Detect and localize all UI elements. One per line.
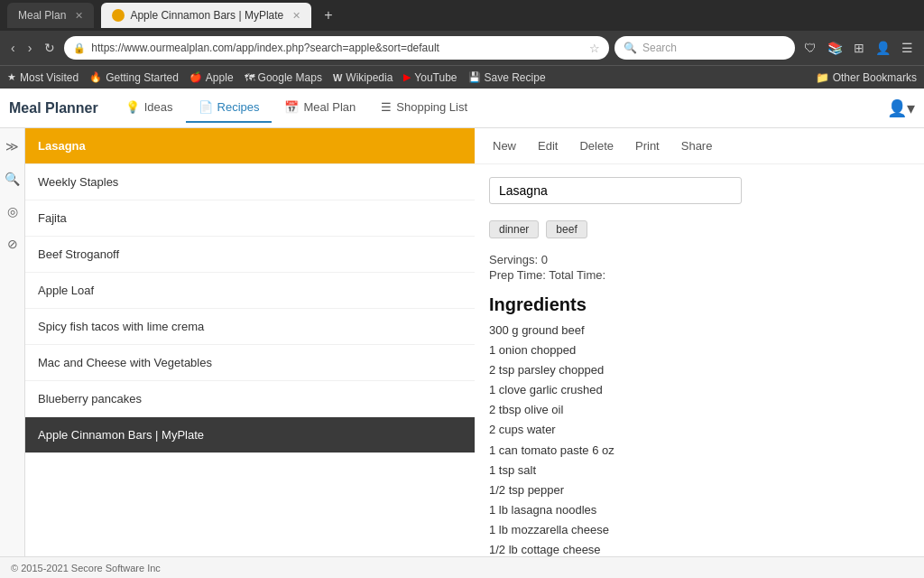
save-recipe-icon: 💾 xyxy=(468,71,481,83)
sidebar-item-lasagna[interactable]: Lasagna xyxy=(25,128,475,164)
ingredient-6: 1 can tomato paste 6 oz xyxy=(489,441,910,461)
tags-row: dinner beef xyxy=(475,213,924,246)
sidebar-item-mac-cheese-label: Mac and Cheese with Vegetables xyxy=(38,356,212,369)
sidebar-item-weekly-staples[interactable]: Weekly Staples xyxy=(25,164,475,200)
refresh-button[interactable]: ↻ xyxy=(41,37,59,59)
bookmark-youtube[interactable]: ▶YouTube xyxy=(403,71,457,84)
account-icon[interactable]: 👤 xyxy=(872,37,894,59)
tag-beef[interactable]: beef xyxy=(546,220,587,238)
main-toolbar: New Edit Delete Print Share xyxy=(475,128,924,164)
content-area: ≫ 🔍 ◎ ⊘ Lasagna Weekly Staples Fajita Be… xyxy=(0,128,924,556)
address-bar[interactable]: 🔒 https://www.ourmealplan.com/app/index.… xyxy=(64,36,609,60)
tab-apple-icon xyxy=(112,9,125,22)
copyright-text: © 2015-2021 Secore Software Inc xyxy=(11,563,161,573)
search-sidebar-icon[interactable]: 🔍 xyxy=(1,168,23,190)
sidebar-item-weekly-staples-label: Weekly Staples xyxy=(38,175,118,189)
bookmarks-bar: ★Most Visited 🔥Getting Started 🍎Apple 🗺G… xyxy=(0,65,924,89)
edit-button[interactable]: Edit xyxy=(534,137,561,154)
ideas-label: Ideas xyxy=(144,100,173,114)
print-button[interactable]: Print xyxy=(632,137,663,154)
shopping-list-label: Shopping List xyxy=(396,100,467,114)
search-placeholder: Search xyxy=(642,42,677,54)
bookmark-wikipedia[interactable]: WWikipedia xyxy=(333,71,393,84)
bookmark-getting-started[interactable]: 🔥Getting Started xyxy=(89,71,179,84)
getting-started-icon: 🔥 xyxy=(89,71,102,83)
app-container: Meal Planner 💡 Ideas 📄 Recipes 📅 Meal Pl… xyxy=(0,89,924,556)
meal-plan-label: Meal Plan xyxy=(303,100,356,114)
ingredient-0: 300 g ground beef xyxy=(489,321,910,340)
sidebar-item-apple-loaf[interactable]: Apple Loaf xyxy=(25,273,475,309)
back-button[interactable]: ‹ xyxy=(7,37,19,59)
tab-meal-plan-label: Meal Plan xyxy=(18,9,66,22)
bookmark-save-recipe[interactable]: 💾Save Recipe xyxy=(468,71,546,84)
ingredient-4: 2 tbsp olive oil xyxy=(489,400,910,420)
browser-title-bar: Meal Plan ✕ Apple Cinnamon Bars | MyPlat… xyxy=(0,0,924,31)
bookmark-star-icon[interactable]: ☆ xyxy=(589,42,600,55)
bookmark-list-icon[interactable]: 📚 xyxy=(824,37,846,59)
sidebar-item-blueberry-pancakes[interactable]: Blueberry pancakes xyxy=(25,381,475,417)
bookmark-apple[interactable]: 🍎Apple xyxy=(189,71,234,84)
new-tab-button[interactable]: + xyxy=(319,7,337,23)
sidebar-item-lasagna-label: Lasagna xyxy=(38,139,86,153)
ingredient-1: 1 onion chopped xyxy=(489,340,910,360)
recipe-title-input[interactable] xyxy=(489,177,742,204)
tab-meal-plan[interactable]: Meal Plan ✕ xyxy=(7,3,94,28)
sidebar-item-beef-stroganoff-label: Beef Stroganoff xyxy=(38,247,119,261)
tab-shopping-list[interactable]: ☰ Shopping List xyxy=(368,93,480,123)
user-account-icon[interactable]: 👤▾ xyxy=(887,98,915,118)
google-maps-icon: 🗺 xyxy=(245,72,254,83)
sidebar-icon-panel: ≫ 🔍 ◎ ⊘ xyxy=(0,128,25,556)
search-icon: 🔍 xyxy=(624,42,637,54)
sidebar-list: Lasagna Weekly Staples Fajita Beef Strog… xyxy=(25,128,475,556)
meal-plan-icon: 📅 xyxy=(284,100,299,114)
delete-button[interactable]: Delete xyxy=(576,137,617,154)
share-button[interactable]: Share xyxy=(678,137,716,154)
ingredient-5: 2 cups water xyxy=(489,420,910,440)
other-bookmarks[interactable]: 📁Other Bookmarks xyxy=(816,71,917,84)
sidebar-item-apple-cinnamon[interactable]: Apple Cinnamon Bars | MyPlate xyxy=(25,417,475,453)
tab-meal-plan-close[interactable]: ✕ xyxy=(75,10,83,22)
sidebar-item-spicy-fish-tacos-label: Spicy fish tacos with lime crema xyxy=(38,320,204,333)
sidebar-item-mac-cheese[interactable]: Mac and Cheese with Vegetables xyxy=(25,345,475,381)
browser-search-bar[interactable]: 🔍 Search xyxy=(614,36,795,60)
tab-apple-cinnamon[interactable]: Apple Cinnamon Bars | MyPlate ✕ xyxy=(101,3,311,28)
ingredient-10: 1 lb mozzarella cheese xyxy=(489,520,910,540)
filter-icon[interactable]: ⊘ xyxy=(4,233,22,255)
apple-icon: 🍎 xyxy=(189,71,202,83)
app-logo: Meal Planner xyxy=(9,100,98,117)
app-nav-area: 💡 Ideas 📄 Recipes 📅 Meal Plan ☰ Shopping… xyxy=(113,93,480,123)
ingredient-2: 2 tsp parsley chopped xyxy=(489,360,910,380)
ingredient-11: 1/2 lb cottage cheese xyxy=(489,540,910,556)
app-header: Meal Planner 💡 Ideas 📄 Recipes 📅 Meal Pl… xyxy=(0,89,924,128)
tab-meal-plan-app[interactable]: 📅 Meal Plan xyxy=(272,93,368,123)
ingredient-7: 1 tsp salt xyxy=(489,461,910,480)
tab-recipes[interactable]: 📄 Recipes xyxy=(186,93,273,123)
new-button[interactable]: New xyxy=(489,137,520,154)
sidebar-item-apple-cinnamon-label: Apple Cinnamon Bars | MyPlate xyxy=(38,428,204,442)
recipe-meta: Servings: 0 Prep Time: Total Time: xyxy=(475,246,924,287)
menu-icon[interactable]: ☰ xyxy=(898,37,917,59)
sidebar-item-apple-loaf-label: Apple Loaf xyxy=(38,284,94,297)
tag-dinner[interactable]: dinner xyxy=(489,220,539,238)
youtube-icon: ▶ xyxy=(403,71,411,83)
collapse-icon[interactable]: ≫ xyxy=(2,135,23,157)
servings-text: Servings: 0 xyxy=(489,253,910,266)
main-content: New Edit Delete Print Share dinner beef … xyxy=(475,128,924,556)
forward-button[interactable]: › xyxy=(24,37,36,59)
most-visited-icon: ★ xyxy=(7,71,16,83)
address-text: https://www.ourmealplan.com/app/index.ph… xyxy=(91,42,584,54)
tab-apple-close[interactable]: ✕ xyxy=(292,10,300,22)
sidebar-item-fajita[interactable]: Fajita xyxy=(25,200,475,237)
circle-icon[interactable]: ◎ xyxy=(4,200,22,222)
ingredient-8: 1/2 tsp pepper xyxy=(489,480,910,500)
sidebar-item-spicy-fish-tacos[interactable]: Spicy fish tacos with lime crema xyxy=(25,309,475,345)
bookmark-google-maps[interactable]: 🗺Google Maps xyxy=(245,71,322,84)
bookmark-most-visited[interactable]: ★Most Visited xyxy=(7,71,79,84)
sidebar-item-beef-stroganoff[interactable]: Beef Stroganoff xyxy=(25,237,475,273)
window-icon[interactable]: ⊞ xyxy=(850,37,868,59)
shield-icon[interactable]: 🛡 xyxy=(800,37,820,59)
sidebar-item-fajita-label: Fajita xyxy=(38,211,67,225)
folder-icon: 📁 xyxy=(816,71,829,84)
tab-ideas[interactable]: 💡 Ideas xyxy=(113,93,186,123)
header-right: 👤▾ xyxy=(887,98,915,118)
